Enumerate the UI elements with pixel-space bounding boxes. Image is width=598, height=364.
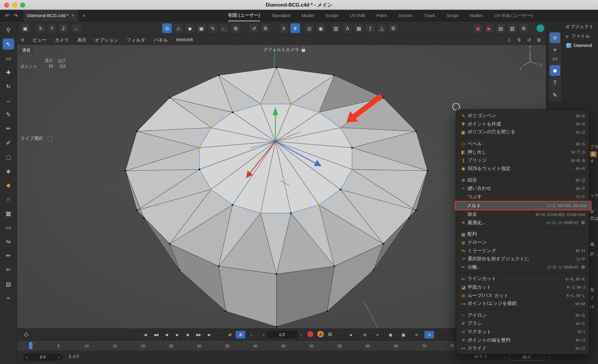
range-end-handle-icon[interactable]: ‖ <box>485 354 486 359</box>
annotation-icon[interactable]: A <box>342 23 352 33</box>
range-next-icon[interactable]: › <box>547 354 551 360</box>
rectangle-selection-icon[interactable]: ▭ <box>3 53 14 64</box>
frame-next-icon[interactable]: › <box>299 332 303 337</box>
search-icon[interactable]: ⚲ <box>3 25 14 36</box>
document-tab[interactable]: Diamond-BCG.c4d * × <box>23 10 79 21</box>
locked-workplane-icon[interactable]: ◉ <box>316 23 326 33</box>
pyramid-primitive-icon[interactable]: ◆ <box>3 180 14 191</box>
menu-item-bevel[interactable]: ◇ベベルM~S <box>456 140 589 148</box>
dolly-icon[interactable]: ⇅ <box>515 36 522 43</box>
menu-item-line-cut[interactable]: ✄ラインカットK~K, M~K <box>456 275 589 283</box>
pill-prev-icon[interactable]: ‹ <box>26 355 28 359</box>
keyframe-selection-icon[interactable]: ⊘ <box>360 331 370 339</box>
layout-tab-0[interactable]: 初期 (ユーザー) <box>228 10 260 21</box>
polygon-frame-icon[interactable]: ▢ <box>3 151 14 162</box>
object-manager-file-menu[interactable]: ≡ ファイル <box>566 33 590 40</box>
edit-mode-icon[interactable]: ✎ <box>208 23 218 33</box>
viewport-menu-1[interactable]: カメラ <box>55 37 69 43</box>
render-settings-icon[interactable]: ⚙ <box>519 23 529 33</box>
texture-mode-icon[interactable]: ◆ <box>185 23 195 33</box>
render-region-icon[interactable]: ▥ <box>507 23 517 33</box>
lock-y-icon[interactable]: Y <box>47 23 57 33</box>
autokey-icon[interactable]: A <box>317 331 324 337</box>
key-settings-icon[interactable]: ⚙ <box>328 331 332 337</box>
add-tab-button[interactable]: + <box>79 12 89 19</box>
sound-icon[interactable]: ♪ <box>246 331 256 339</box>
transport-prev-key-icon[interactable]: ◀◀ <box>151 331 161 339</box>
layout-tab-5[interactable]: Paint <box>376 10 387 21</box>
range-start[interactable]: ‖ 0 F <box>69 354 79 359</box>
live-selection-icon[interactable]: ⊙ <box>162 23 172 33</box>
keyframe-icon[interactable]: ◇ <box>24 331 28 338</box>
menu-item-mirror[interactable]: ⇋ミラーリングM~H <box>456 247 589 255</box>
key-position-icon[interactable]: ⌖ <box>373 331 382 339</box>
viewport-menu-2[interactable]: 表示 <box>77 37 86 43</box>
menu-item-connect-points-edges[interactable]: ⊶ポイント/エッジを接続M~M <box>456 299 589 308</box>
scale-icon[interactable]: ↔ <box>3 95 14 106</box>
key-scale-icon[interactable]: ▣ <box>399 331 408 339</box>
autokey-toggle-icon[interactable]: A <box>236 331 245 339</box>
workplane-icon[interactable]: ◎ <box>304 23 314 33</box>
spline-graph-icon[interactable]: ≈ <box>3 292 14 303</box>
menu-item-disconnect[interactable]: ✂分離...U~D, U~Shift+D⚙ <box>456 263 589 272</box>
transport-goto-end-icon[interactable]: ▶| <box>205 331 214 339</box>
menu-item-bridge[interactable]: ∥ブリッジM~B, B <box>456 156 589 165</box>
menu-item-brush[interactable]: ✐ブラシM~C <box>456 319 589 328</box>
transport-play-icon[interactable]: ▶ <box>173 331 182 339</box>
polygon-mode-icon[interactable]: ▣ <box>196 23 206 33</box>
view-settings-icon[interactable]: ⚙ <box>388 23 398 33</box>
layout-tab-7[interactable]: Track <box>424 10 435 21</box>
knife-icon[interactable]: ✄ <box>3 264 14 275</box>
minimize-window-button[interactable] <box>12 3 17 8</box>
menu-item-slide[interactable]: ↦スライドM~O <box>456 344 589 353</box>
record-active-objects-icon[interactable]: ● <box>346 331 356 339</box>
redshift-icon[interactable] <box>537 25 544 32</box>
grid-snap-icon[interactable]: # <box>279 23 289 33</box>
menu-item-clone[interactable]: ⊞クローン <box>456 238 589 247</box>
viewport-menu-icon[interactable]: ≡ <box>21 37 24 43</box>
text-tool-icon[interactable]: T <box>550 77 560 88</box>
cube-primitive-icon[interactable]: ◆ <box>3 166 14 177</box>
range-prev-icon[interactable]: ‹ <box>502 354 507 360</box>
transport-prev-frame-icon[interactable]: ◀| <box>162 331 171 339</box>
loop-icon[interactable]: ⇄ <box>225 331 235 339</box>
menu-item-set-point-value[interactable]: ≡ポイントの値を整列M~U <box>456 336 589 344</box>
menu-item-split-selection[interactable]: ↗選択部分を別オブジェクトにU~P <box>456 255 589 263</box>
current-frame-pill[interactable]: ‹ 0 F › <box>23 353 63 360</box>
arch-icon[interactable]: ∩ <box>3 194 14 205</box>
rotate-icon[interactable]: ↻ <box>3 81 14 92</box>
viewport-menu-4[interactable]: フィルタ <box>126 37 145 43</box>
record-view-icon[interactable]: ▣ <box>20 23 30 33</box>
layout-tab-6[interactable]: Groom <box>399 10 413 21</box>
frame-prev-icon[interactable]: ‹ <box>261 332 266 337</box>
spline-tool-icon[interactable]: ✎ <box>550 90 560 100</box>
layout-tab-10[interactable]: UV Edit (ユーザー) <box>494 10 533 21</box>
keying-mode-icon[interactable]: + <box>425 331 434 339</box>
pan-hand-icon[interactable]: ◇ <box>506 36 512 43</box>
workplane-mode-icon[interactable]: ⊞ <box>231 23 241 33</box>
menu-item-polygon-pen[interactable]: ✎ポリゴンペンM~E <box>456 112 589 120</box>
render-picture-viewer-icon[interactable]: ▤ <box>496 23 506 33</box>
volume-cube-icon[interactable]: ◆ <box>550 65 560 76</box>
menu-item-dissolve[interactable]: 除去M~N, Cmd+BS, Cmd+Del <box>456 210 589 219</box>
range-start-handle-icon[interactable]: ‖ <box>69 354 71 359</box>
viewport-menu-0[interactable]: ビュー <box>33 37 47 43</box>
navigate-icon[interactable]: ✚ <box>550 32 560 43</box>
menu-item-plane-cut[interactable]: ◪平面カットK~J, M~J <box>456 283 589 291</box>
menu-item-stitch-sew[interactable]: ≈縫い合わせM~P <box>456 184 589 193</box>
layout-tab-4[interactable]: UV Edit <box>350 10 365 21</box>
isolate-icon[interactable]: ▦ <box>354 23 364 33</box>
capsule-icon[interactable]: ▭ <box>3 222 14 233</box>
paint-icon[interactable]: ✐ <box>3 137 14 148</box>
symmetry-icon[interactable]: ↺ <box>249 23 259 33</box>
object-tree-item-diamond[interactable]: Diamond <box>566 43 592 48</box>
gauge-icon[interactable]: △ <box>377 23 387 33</box>
menu-item-iron[interactable]: ∼アイロンM~G <box>456 311 589 319</box>
menu-item-array[interactable]: ▦配列 <box>456 230 589 239</box>
layout-tab-9[interactable]: Nodes <box>470 10 483 21</box>
transport-goto-start-icon[interactable]: |◀ <box>140 331 150 339</box>
mirror-icon[interactable]: ⇋ <box>3 236 14 247</box>
key-parameter-icon[interactable]: ≡ <box>411 331 421 339</box>
menu-item-collapse[interactable]: つぶすU~C <box>456 193 589 201</box>
camera-label[interactable]: デフォルトカメラ <box>246 47 322 53</box>
